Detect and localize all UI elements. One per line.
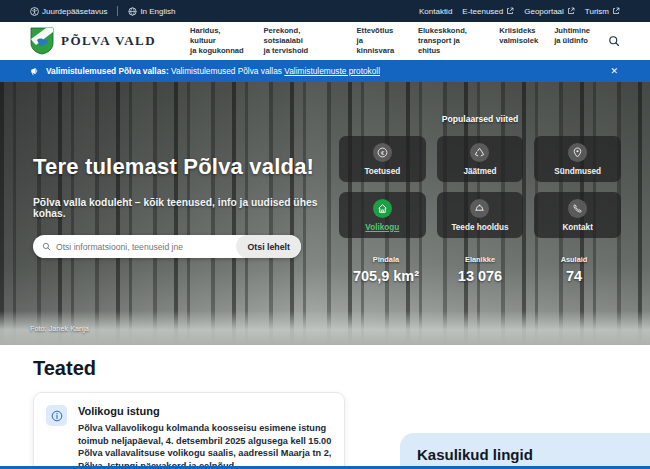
notice-title: Volikogu istung <box>78 405 332 417</box>
topbar-link-turism[interactable]: Turism <box>585 7 620 16</box>
popular-links-title: Populaarsed viited <box>339 114 621 124</box>
site-search-bar: Otsi lehelt <box>33 235 301 258</box>
content-section: Teated Volikogu istung Põlva Vallavoliko… <box>0 345 650 469</box>
utility-bar: Juurdepääsetavus In English Kontaktid E-… <box>0 0 650 22</box>
popular-links-grid: € Toetused Jäätmed Sündmused <box>339 136 621 238</box>
topbar-link-label: Kontaktid <box>419 7 452 16</box>
external-link-icon <box>612 7 620 15</box>
tile-label: Toetused <box>364 167 400 176</box>
announcement-title: Valimistulemused Põlva vallas: <box>46 66 169 76</box>
useful-links-panel: Kasulikud lingid <box>400 433 650 469</box>
accessibility-link[interactable]: Juurdepääsetavus <box>30 7 107 16</box>
euro-icon: € <box>373 143 392 162</box>
hero-subtitle: Põlva valla koduleht – kõik teenused, in… <box>33 197 333 219</box>
menu-item-line: Juhtimine <box>554 26 590 36</box>
stat-label: Pindala <box>339 255 433 264</box>
accessibility-label: Juurdepääsetavus <box>42 7 107 16</box>
language-label: In English <box>140 7 175 16</box>
municipality-stats: Pindala 705,9 km² Elanikke 13 076 Asulai… <box>339 255 621 284</box>
menu-item-line: Elukeskkond, <box>418 26 483 36</box>
menu-item-ettevotlus[interactable]: Ettevõtlus ja kinnisvara <box>357 26 402 57</box>
photo-credit: Foto: Janek Kanja <box>30 324 89 333</box>
tile-teede-hooldus[interactable]: Teede hooldus <box>437 192 524 238</box>
menu-item-line: ja tervishoid <box>264 46 341 56</box>
recycle-icon <box>470 143 489 162</box>
search-input[interactable] <box>56 242 236 252</box>
tile-kontakt[interactable]: Kontakt <box>534 192 621 238</box>
search-submit-button[interactable]: Otsi lehelt <box>236 235 301 258</box>
close-icon[interactable]: ✕ <box>608 66 620 76</box>
stat-value: 13 076 <box>433 268 527 284</box>
brand-name: PÕLVA VALD <box>61 33 156 49</box>
helmet-icon <box>470 199 489 218</box>
stat-value: 74 <box>527 268 621 284</box>
divider <box>117 6 118 16</box>
topbar-link-eteenused[interactable]: E-teenused <box>462 7 514 16</box>
tile-jaatmed[interactable]: Jäätmed <box>437 136 524 182</box>
tile-label: Jäätmed <box>463 167 496 176</box>
svg-text:€: € <box>381 149 385 155</box>
useful-links-heading: Kasulikud lingid <box>417 446 650 463</box>
polva-vald-homepage: Juurdepääsetavus In English Kontaktid E-… <box>0 0 650 469</box>
tile-label: Sündmused <box>554 167 601 176</box>
stat-label: Asulaid <box>527 255 621 264</box>
tile-volikogu[interactable]: Volikogu <box>339 192 426 238</box>
hero-section: Tere tulemast Põlva valda! Põlva valla k… <box>0 82 650 345</box>
stat-asulaid: Asulaid 74 <box>527 255 621 284</box>
menu-item-juhtimine[interactable]: Juhtimine ja üldinfo <box>554 26 590 57</box>
stat-value: 705,9 km² <box>339 268 433 284</box>
coat-of-arms-logo <box>30 27 54 55</box>
menu-item-line: ja kinnisvara <box>357 36 402 57</box>
announcement-text: Valimistulemused Põlva vallas <box>171 66 282 76</box>
external-link-icon <box>506 7 514 15</box>
menu-item-line: ja üldinfo <box>554 36 590 46</box>
search-icon <box>608 35 620 47</box>
menu-item-line: ja kogukonnad <box>190 46 247 56</box>
notice-body: Põlva Vallavolikogu kolmanda koosseisu e… <box>78 422 332 469</box>
announcement-protocol-link[interactable]: Valimistulemuste protokoll <box>284 66 380 76</box>
tile-label: Kontakt <box>562 223 592 232</box>
accessibility-icon <box>30 7 39 16</box>
notice-card[interactable]: Volikogu istung Põlva Vallavolikogu kolm… <box>33 392 345 469</box>
topbar-link-label: E-teenused <box>462 7 503 16</box>
stat-pindala: Pindala 705,9 km² <box>339 255 433 284</box>
menu-item-line: Ettevõtlus <box>357 26 402 36</box>
megaphone-icon <box>30 66 40 76</box>
menu-item-perekond[interactable]: Perekond, sotsiaalabi ja tervishoid <box>264 26 341 57</box>
main-navbar: PÕLVA VALD Haridus, kultuur ja kogukonna… <box>0 22 650 60</box>
menu-item-haridus[interactable]: Haridus, kultuur ja kogukonnad <box>190 26 247 57</box>
tile-label: Teede hooldus <box>451 223 508 232</box>
globe-icon <box>128 7 137 16</box>
hero-title: Tere tulemast Põlva valda! <box>33 154 333 180</box>
tile-sundmused[interactable]: Sündmused <box>534 136 621 182</box>
menu-item-elukeskkond[interactable]: Elukeskkond, transport ja ehitus <box>418 26 483 57</box>
menu-item-line: transport ja ehitus <box>418 36 483 57</box>
stat-label: Elanikke <box>433 255 527 264</box>
notice-content: Volikogu istung Põlva Vallavolikogu kolm… <box>78 405 332 469</box>
menu-item-kriisideks[interactable]: Kriisideks valmisolek <box>499 26 538 57</box>
topbar-link-label: Turism <box>585 7 609 16</box>
info-icon <box>46 405 67 426</box>
teated-heading: Teated <box>33 357 96 380</box>
announcement-bar: Valimistulemused Põlva vallas: Valimistu… <box>0 60 650 82</box>
home-icon <box>373 199 392 218</box>
topbar-link-kontaktid[interactable]: Kontaktid <box>419 7 452 16</box>
menu-item-line: valmisolek <box>499 36 538 46</box>
topbar-link-geoportaal[interactable]: Geoportaal <box>524 7 575 16</box>
menu-item-line: Haridus, kultuur <box>190 26 247 47</box>
nav-search-button[interactable] <box>608 35 620 47</box>
announcement-message: Valimistulemused Põlva vallas: Valimistu… <box>46 66 602 76</box>
main-menu: Haridus, kultuur ja kogukonnad Perekond,… <box>190 26 590 57</box>
language-switch[interactable]: In English <box>128 7 175 16</box>
pin-icon <box>568 143 587 162</box>
tile-toetused[interactable]: € Toetused <box>339 136 426 182</box>
tile-label: Volikogu <box>365 223 399 232</box>
external-link-icon <box>567 7 575 15</box>
menu-item-line: Perekond, sotsiaalabi <box>264 26 341 47</box>
menu-item-line: Kriisideks <box>499 26 538 36</box>
topbar-link-label: Geoportaal <box>524 7 564 16</box>
stat-elanikke: Elanikke 13 076 <box>433 255 527 284</box>
search-icon <box>42 242 51 251</box>
brand-home-link[interactable]: PÕLVA VALD <box>30 27 156 55</box>
phone-icon <box>568 199 587 218</box>
